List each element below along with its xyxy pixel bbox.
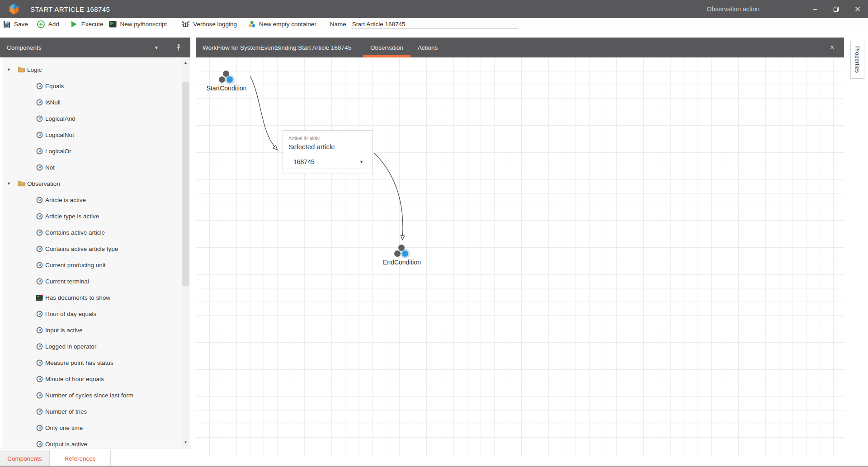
container-dots-icon xyxy=(248,20,256,28)
close-document-icon[interactable]: × xyxy=(826,38,839,57)
tree-item-label: Number of tries xyxy=(45,408,87,415)
tree-item-article-is-active[interactable]: Article is active xyxy=(3,192,190,208)
tree-item-only-one-time[interactable]: Only one time xyxy=(3,420,190,436)
eye-icon xyxy=(36,196,43,204)
name-input[interactable] xyxy=(351,20,518,29)
document-tab-bar: WorkFlow for SystemEventBinding:Start Ar… xyxy=(196,38,844,57)
tree-item-label: LogicalAnd xyxy=(45,115,75,122)
eye-icon xyxy=(36,261,43,269)
tree-item-logged-in-operator[interactable]: Logged in operator xyxy=(3,338,190,354)
tab-observation[interactable]: Observation xyxy=(363,38,410,57)
tree-item-label: Has documents to show xyxy=(45,294,110,301)
connector-start-to-card xyxy=(250,76,277,150)
new-empty-container-label: New empty container xyxy=(259,21,316,28)
tree-item-logicalor[interactable]: LogicalOr xyxy=(3,143,190,159)
eye-icon xyxy=(36,343,43,350)
tree-item-input-is-active[interactable]: Input is active xyxy=(3,322,190,338)
tree-item-label: LogicalNot xyxy=(45,132,74,138)
tree-item-measure-point-has-status[interactable]: Measure point has status xyxy=(3,354,190,371)
eye-icon xyxy=(36,99,43,106)
tree-item-label: Logged in operator xyxy=(45,343,96,350)
tab-components[interactable]: Components xyxy=(0,450,50,467)
tree-item-number-of-tries[interactable]: Number of tries xyxy=(3,403,190,420)
tree-item-label: Equals xyxy=(45,83,64,90)
panel-dropdown-icon[interactable]: ▼ xyxy=(154,45,159,50)
tree-item-number-of-cycles-since-last-form[interactable]: Number of cycles since last form xyxy=(3,387,190,403)
tree-folder-logic[interactable]: ▼Logic xyxy=(3,61,190,78)
save-label: Save xyxy=(14,21,28,28)
tree-item-hour-of-day-equals[interactable]: Hour of day equals xyxy=(3,306,190,322)
observation-card[interactable]: Artikel är aktiv Selected article 168745… xyxy=(283,130,373,174)
article-dropdown-value: 168745 xyxy=(293,158,315,165)
tree-item-article-type-is-active[interactable]: Article type is active xyxy=(3,208,190,224)
eye-icon xyxy=(36,408,43,415)
eye-icon xyxy=(36,424,43,432)
new-pythonscript-button[interactable]: New pythonscript xyxy=(109,19,167,30)
tree-item-label: Not xyxy=(45,164,55,171)
scroll-down-icon[interactable]: ▼ xyxy=(182,439,189,446)
folder-icon xyxy=(18,180,25,188)
tree-item-label: Observation xyxy=(27,180,60,187)
add-label: Add xyxy=(48,21,59,28)
eye-icon xyxy=(36,82,43,90)
pin-icon[interactable] xyxy=(175,43,182,53)
expand-arrow-icon[interactable]: ▼ xyxy=(7,67,18,72)
tree-item-isnull[interactable]: IsNull xyxy=(3,94,190,110)
bug-icon xyxy=(181,20,190,28)
new-empty-container-button[interactable]: New empty container xyxy=(248,19,316,30)
start-condition-node[interactable]: StartCondition xyxy=(200,67,253,92)
tree-item-label: Article is active xyxy=(45,197,86,203)
expand-arrow-icon[interactable]: ▼ xyxy=(7,181,18,186)
tree-item-minute-of-hour-equals[interactable]: Minute of hour equals xyxy=(3,371,190,387)
tree-item-has-documents-to-show[interactable]: Has documents to show xyxy=(3,289,190,306)
scrollbar-thumb[interactable] xyxy=(182,82,189,286)
context-label: Observation action xyxy=(707,5,760,13)
tree-item-current-terminal[interactable]: Current terminal xyxy=(3,273,190,289)
eye-icon xyxy=(36,245,43,253)
tree-item-current-producing-unit[interactable]: Current producing unit xyxy=(3,257,190,273)
eye-icon xyxy=(36,392,43,399)
card-title: Selected article xyxy=(288,143,367,151)
tree-item-label: Number of cycles since last form xyxy=(45,392,133,399)
end-condition-node[interactable]: EndCondition xyxy=(376,241,428,266)
eye-icon xyxy=(36,326,43,334)
tree-item-logicaland[interactable]: LogicalAnd xyxy=(3,110,190,127)
tree-item-output-is-active[interactable]: Output is active xyxy=(3,436,190,448)
tree-item-label: Hour of day equals xyxy=(45,311,96,317)
verbose-logging-button[interactable]: Verbose logging xyxy=(181,19,237,30)
workflow-canvas[interactable]: StartCondition Artikel är aktiv Selected… xyxy=(196,57,844,456)
eye-icon xyxy=(36,310,43,318)
scroll-up-icon[interactable]: ▲ xyxy=(182,59,189,66)
toolbar: Save Add Execute New pythonscript xyxy=(0,18,868,30)
card-caption: Artikel är aktiv xyxy=(288,136,367,141)
connector-card-to-end xyxy=(374,153,403,240)
add-button[interactable]: Add xyxy=(37,19,59,30)
tree-item-contains-active-article[interactable]: Contains active article xyxy=(3,224,190,241)
tree-item-label: Minute of hour equals xyxy=(45,376,104,382)
tree-item-logicalnot[interactable]: LogicalNot xyxy=(3,127,190,143)
tree-item-label: Article type is active xyxy=(45,213,99,220)
restore-button[interactable] xyxy=(826,0,847,18)
minimize-button[interactable] xyxy=(804,0,826,18)
tree-item-label: Current terminal xyxy=(45,278,89,285)
terminal-icon xyxy=(36,294,43,302)
tab-actions[interactable]: Actions xyxy=(410,38,445,57)
dropdown-arrow-icon: ▼ xyxy=(359,160,363,164)
tree-item-not[interactable]: Not xyxy=(3,159,190,175)
execute-button[interactable]: Execute xyxy=(70,19,104,30)
eye-icon xyxy=(36,115,43,123)
app-logo-icon xyxy=(8,3,20,15)
title-bar: START ARTICLE 168745 Observation action xyxy=(0,0,868,18)
connector-arrows xyxy=(196,57,844,456)
tree-folder-observation[interactable]: ▼Observation xyxy=(3,175,190,192)
tree-item-contains-active-article-type[interactable]: Contains active article type xyxy=(3,241,190,257)
close-window-button[interactable] xyxy=(847,0,868,18)
tree-item-equals[interactable]: Equals xyxy=(3,78,190,94)
tree-scrollbar[interactable]: ▲ ▼ xyxy=(182,59,189,446)
save-button[interactable]: Save xyxy=(3,19,28,30)
article-dropdown[interactable]: 168745 ▼ xyxy=(287,156,365,169)
tab-references[interactable]: References xyxy=(50,450,111,467)
tab-properties[interactable]: Properties xyxy=(850,41,864,79)
tree-item-label: Logic xyxy=(27,66,42,73)
folder-icon xyxy=(18,66,25,74)
